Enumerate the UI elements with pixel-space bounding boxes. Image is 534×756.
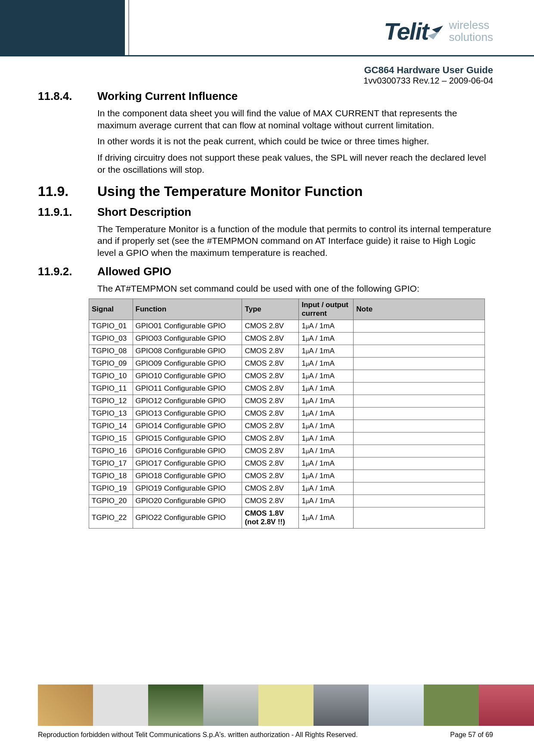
footer-thumb xyxy=(314,684,369,726)
cell-io: 1μA / 1mA xyxy=(299,495,354,507)
section-number: 11.9.1. xyxy=(38,205,97,219)
section-title: Short Description xyxy=(97,205,191,219)
cell-note xyxy=(354,370,485,382)
cell-function: GPIO01 Configurable GPIO xyxy=(133,320,242,332)
table-row: TGPIO_01GPIO01 Configurable GPIOCMOS 2.8… xyxy=(89,320,485,332)
section-title: Using the Temperature Monitor Function xyxy=(97,184,363,199)
cell-type: CMOS 2.8V xyxy=(242,495,299,507)
footer-thumb xyxy=(424,684,479,726)
cell-io: 1μA / 1mA xyxy=(299,470,354,482)
footer-thumb xyxy=(93,684,148,726)
cell-note xyxy=(354,420,485,432)
section-11-9-1-heading: 11.9.1. Short Description xyxy=(38,205,493,219)
cell-note xyxy=(354,482,485,495)
cell-function: GPIO12 Configurable GPIO xyxy=(133,395,242,407)
cell-type: CMOS 2.8V xyxy=(242,382,299,395)
cell-note xyxy=(354,432,485,445)
table-row: TGPIO_11GPIO11 Configurable GPIOCMOS 2.8… xyxy=(89,382,485,395)
cell-io: 1μA / 1mA xyxy=(299,357,354,370)
table-row: TGPIO_13GPIO13 Configurable GPIOCMOS 2.8… xyxy=(89,407,485,420)
cell-io: 1μA / 1mA xyxy=(299,457,354,470)
page-content: 11.8.4. Working Current Influence In the… xyxy=(38,86,493,529)
table-row: TGPIO_18GPIO18 Configurable GPIOCMOS 2.8… xyxy=(89,470,485,482)
section-number: 11.9. xyxy=(38,184,97,199)
section-11-9-heading: 11.9. Using the Temperature Monitor Func… xyxy=(38,184,493,199)
page-footer: Reproduction forbidden without Telit Com… xyxy=(38,731,493,739)
cell-io: 1μA / 1mA xyxy=(299,507,354,528)
cell-signal: TGPIO_12 xyxy=(89,395,133,407)
header-divider xyxy=(128,0,129,55)
header-navy-block xyxy=(0,0,125,55)
cell-function: GPIO14 Configurable GPIO xyxy=(133,420,242,432)
cell-note xyxy=(354,345,485,357)
cell-type: CMOS 2.8V xyxy=(242,407,299,420)
table-row: TGPIO_17GPIO17 Configurable GPIOCMOS 2.8… xyxy=(89,457,485,470)
cell-type: CMOS 2.8V xyxy=(242,357,299,370)
table-row: TGPIO_12GPIO12 Configurable GPIOCMOS 2.8… xyxy=(89,395,485,407)
cell-signal: TGPIO_03 xyxy=(89,332,133,345)
table-row: TGPIO_15GPIO15 Configurable GPIOCMOS 2.8… xyxy=(89,432,485,445)
section-title: Allowed GPIO xyxy=(97,265,171,278)
cell-note xyxy=(354,407,485,420)
section-11-8-4-heading: 11.8.4. Working Current Influence xyxy=(38,90,493,103)
cell-function: GPIO22 Configurable GPIO xyxy=(133,507,242,528)
section-number: 11.9.2. xyxy=(38,265,97,278)
cell-io: 1μA / 1mA xyxy=(299,370,354,382)
table-row: TGPIO_20GPIO20 Configurable GPIOCMOS 2.8… xyxy=(89,495,485,507)
th-signal: Signal xyxy=(89,299,133,320)
table-row: TGPIO_16GPIO16 Configurable GPIOCMOS 2.8… xyxy=(89,445,485,457)
cell-signal: TGPIO_18 xyxy=(89,470,133,482)
cell-type: CMOS 2.8V xyxy=(242,332,299,345)
logo-sub-line2: solutions xyxy=(449,31,493,44)
paragraph: In other words it is not the peak curren… xyxy=(97,135,493,147)
cell-function: GPIO18 Configurable GPIO xyxy=(133,470,242,482)
cell-note xyxy=(354,445,485,457)
footer-thumb xyxy=(38,684,93,726)
cell-function: GPIO13 Configurable GPIO xyxy=(133,407,242,420)
cell-note xyxy=(354,395,485,407)
page-header: Telit wireless solutions xyxy=(0,0,534,60)
cell-type: CMOS 2.8V xyxy=(242,470,299,482)
cell-signal: TGPIO_01 xyxy=(89,320,133,332)
logo: Telit wireless solutions xyxy=(384,17,493,45)
cell-function: GPIO08 Configurable GPIO xyxy=(133,345,242,357)
cell-io: 1μA / 1mA xyxy=(299,382,354,395)
cell-function: GPIO09 Configurable GPIO xyxy=(133,357,242,370)
cell-function: GPIO19 Configurable GPIO xyxy=(133,482,242,495)
cell-signal: TGPIO_08 xyxy=(89,345,133,357)
footer-thumb xyxy=(203,684,258,726)
cell-type: CMOS 1.8V (not 2.8V !!) xyxy=(242,507,299,528)
cell-type: CMOS 2.8V xyxy=(242,432,299,445)
cell-io: 1μA / 1mA xyxy=(299,420,354,432)
cell-signal: TGPIO_14 xyxy=(89,420,133,432)
cell-io: 1μA / 1mA xyxy=(299,332,354,345)
cell-signal: TGPIO_20 xyxy=(89,495,133,507)
cell-type: CMOS 2.8V xyxy=(242,345,299,357)
cell-signal: TGPIO_17 xyxy=(89,457,133,470)
cell-signal: TGPIO_11 xyxy=(89,382,133,395)
doc-title: GC864 Hardware User Guide xyxy=(363,65,493,76)
paragraph: If driving circuitry does not support th… xyxy=(97,152,493,175)
cell-signal: TGPIO_16 xyxy=(89,445,133,457)
cell-note xyxy=(354,332,485,345)
cell-note xyxy=(354,382,485,395)
cell-note xyxy=(354,357,485,370)
table-row: TGPIO_10GPIO10 Configurable GPIOCMOS 2.8… xyxy=(89,370,485,382)
cell-type: CMOS 2.8V xyxy=(242,370,299,382)
cell-function: GPIO10 Configurable GPIO xyxy=(133,370,242,382)
cell-function: GPIO16 Configurable GPIO xyxy=(133,445,242,457)
section-number: 11.8.4. xyxy=(38,90,97,103)
cell-type: CMOS 2.8V xyxy=(242,482,299,495)
table-row: TGPIO_19GPIO19 Configurable GPIOCMOS 2.8… xyxy=(89,482,485,495)
cell-note xyxy=(354,507,485,528)
th-function: Function xyxy=(133,299,242,320)
cell-io: 1μA / 1mA xyxy=(299,432,354,445)
footer-thumb xyxy=(148,684,203,726)
paragraph: The AT#TEMPMON set command could be used… xyxy=(97,283,493,295)
cell-note xyxy=(354,470,485,482)
footer-copyright: Reproduction forbidden without Telit Com… xyxy=(38,731,358,739)
logo-text: Telit xyxy=(384,17,428,45)
cell-signal: TGPIO_13 xyxy=(89,407,133,420)
cell-type: CMOS 2.8V xyxy=(242,457,299,470)
gpio-table: Signal Function Type Input / output curr… xyxy=(89,299,485,528)
